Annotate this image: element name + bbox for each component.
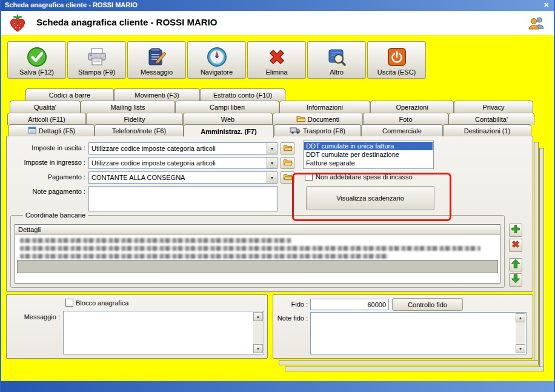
tab-label: Qualita' (34, 104, 56, 111)
tab-contabilita[interactable]: Contabilita' (448, 113, 534, 125)
tab-label: Movimenti (F3) (135, 91, 179, 99)
strawberry-logo-icon (7, 13, 28, 36)
tab-amministraz-active[interactable]: Amministraz. (F7) (184, 124, 274, 138)
imposte-ingresso-value: Utilizzare codice imposte categoria arti… (91, 159, 216, 167)
page-stack-edge (285, 367, 544, 371)
imposte-uscita-select[interactable]: Utilizzare codice imposte categoria arti… (88, 142, 278, 154)
tab-row-1: Codici a barre Movimenti (F3) Estratto c… (25, 88, 285, 101)
add-row-button[interactable] (509, 224, 522, 237)
arrow-down-icon (510, 273, 521, 287)
check-circle-icon (27, 45, 47, 68)
fido-input[interactable] (310, 299, 389, 310)
tab-label: Operazioni (396, 104, 428, 111)
exit-button[interactable]: Uscita (ESC) (367, 41, 426, 79)
users-icon[interactable] (528, 16, 545, 33)
tab-label: Articoli (F11) (28, 116, 65, 123)
tab-qualita[interactable]: Qualita' (10, 101, 81, 113)
imposte-ingresso-lookup-button[interactable] (281, 157, 294, 169)
other-button[interactable]: Altro (307, 41, 366, 79)
tab-fidelity[interactable]: Fidelity (86, 113, 183, 125)
tab-campi-liberi[interactable]: Campi liberi (175, 101, 279, 113)
redacted-band (17, 260, 498, 273)
redacted-row[interactable] (20, 246, 480, 251)
note-fido-scrollbar[interactable]: ▲ ▼ (516, 313, 525, 353)
list-item-ddt-per-destinazione[interactable]: DDT cumulate per destinazione (304, 150, 433, 159)
close-icon[interactable]: ✕ (542, 1, 551, 10)
navigator-button[interactable]: Navigatore (187, 41, 246, 79)
redacted-row[interactable] (20, 238, 291, 243)
tab-articoli[interactable]: Articoli (F11) (7, 113, 86, 125)
redacted-row[interactable] (20, 254, 388, 259)
pagamento-select[interactable]: CONTANTE ALLA CONSEGNA ▼ (88, 171, 278, 184)
exit-label: Uscita (ESC) (377, 68, 416, 76)
imposte-uscita-value: Utilizzare codice imposte categoria arti… (91, 145, 216, 152)
spese-incasso-checkbox[interactable] (305, 173, 313, 181)
tab-row-2: Qualita' Mailing lists Campi liberi Info… (10, 101, 533, 113)
chevron-down-icon[interactable]: ▼ (267, 158, 277, 168)
tab-privacy[interactable]: Privacy (454, 101, 533, 113)
folder-icon (283, 172, 293, 183)
navigator-label: Navigatore (201, 68, 233, 76)
folder-icon (296, 115, 305, 124)
delete-button[interactable]: Elimina (247, 41, 306, 79)
truck-icon (290, 127, 301, 135)
move-up-button[interactable] (509, 258, 522, 271)
compass-icon (207, 45, 227, 68)
tab-trasporto[interactable]: Trasporto (F8) (274, 124, 361, 136)
tab-label: Codici a barre (49, 91, 90, 99)
form-icon (28, 126, 36, 136)
scrollbar-down-button[interactable]: ▼ (516, 344, 525, 353)
tab-movimenti[interactable]: Movimenti (F3) (114, 88, 200, 101)
delete-row-button[interactable] (509, 239, 522, 252)
coordinate-bancarie-title: Coordinate bancarie (23, 211, 88, 219)
tab-telefono-note[interactable]: Telefono/note (F6) (95, 124, 184, 136)
messaggio-scrollbar[interactable]: ▲ ▼ (253, 312, 263, 353)
save-button[interactable]: Salva (F12) (7, 41, 66, 79)
blocco-anagrafica-checkbox[interactable] (65, 299, 73, 307)
tab-dettagli[interactable]: Dettagli (F5) (8, 124, 95, 136)
tab-commerciale[interactable]: Commerciale (361, 124, 443, 136)
note-pagamento-textarea[interactable] (88, 186, 278, 211)
tab-estratto-conto[interactable]: Estratto conto (F10) (200, 88, 285, 101)
blocco-anagrafica-panel: Blocco anagrafica Messaggio : ▲ ▼ (6, 294, 268, 359)
controllo-fido-button[interactable]: Controllo fido (392, 298, 463, 311)
plus-icon (510, 224, 521, 237)
tab-operazioni[interactable]: Operazioni (370, 101, 454, 113)
visualizza-scadenzario-button[interactable]: Visualizza scadenzario (306, 186, 434, 210)
list-item-fatture-separate[interactable]: Fatture separate (304, 159, 433, 167)
tab-codici-a-barre[interactable]: Codici a barre (25, 88, 114, 101)
pagamento-lookup-button[interactable] (281, 171, 294, 184)
fatturazione-listbox: DDT cumulate in unica fattura DDT cumula… (303, 141, 434, 169)
tab-destinazioni[interactable]: Destinazioni (1) (443, 124, 531, 136)
chevron-down-icon[interactable]: ▼ (267, 172, 277, 183)
message-button[interactable]: Messaggio (127, 41, 186, 79)
book-search-icon (327, 45, 347, 68)
tab-informazioni[interactable]: Informazioni (279, 101, 370, 113)
scrollbar-up-button[interactable]: ▲ (516, 313, 525, 322)
imposte-ingresso-select[interactable]: Utilizzare codice imposte categoria arti… (88, 157, 278, 169)
tab-label: Destinazioni (1) (464, 127, 510, 135)
listview-column-header[interactable]: Dettagli (15, 225, 500, 235)
imposte-uscita-lookup-button[interactable] (281, 142, 294, 154)
coordinate-bancarie-listview[interactable]: Dettagli (15, 224, 500, 284)
note-fido-textarea[interactable]: ▲ ▼ (310, 312, 527, 354)
power-icon (387, 45, 407, 68)
messaggio-textarea[interactable]: ▲ ▼ (63, 311, 264, 354)
print-button[interactable]: Stampa (F9) (67, 41, 126, 79)
tab-mailing-lists[interactable]: Mailing lists (81, 101, 175, 113)
spese-incasso-label: Non addebitare spese di incasso (316, 173, 437, 181)
tab-label: Documenti (308, 116, 340, 123)
list-item-ddt-unica-fattura[interactable]: DDT cumulate in unica fattura (304, 142, 433, 150)
tab-label: Privacy (482, 104, 504, 111)
tab-label: Mailing lists (111, 104, 145, 111)
toolbar: Salva (F12) Stampa (F9) (7, 41, 426, 79)
tab-web[interactable]: Web (183, 113, 273, 125)
move-down-button[interactable] (509, 273, 522, 287)
scrollbar-up-button[interactable]: ▲ (253, 312, 263, 321)
tab-label: Informazioni (307, 104, 343, 111)
chevron-down-icon[interactable]: ▼ (267, 143, 277, 154)
tab-foto[interactable]: Foto (363, 113, 448, 125)
note-pencil-icon (147, 45, 167, 68)
scrollbar-down-button[interactable]: ▼ (253, 344, 263, 353)
tab-documenti[interactable]: Documenti (273, 113, 363, 125)
